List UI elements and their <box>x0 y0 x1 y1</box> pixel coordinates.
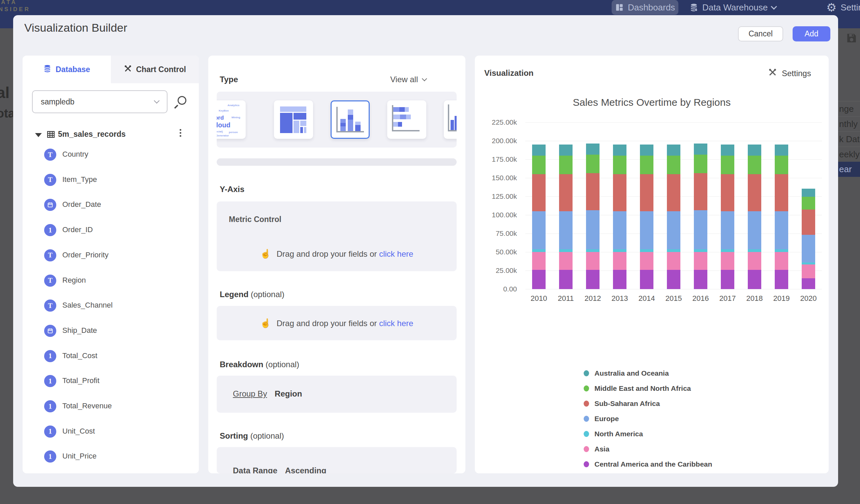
bar-segment[interactable] <box>640 174 654 211</box>
bar-segment[interactable] <box>721 211 734 249</box>
bar-segment[interactable] <box>559 174 573 211</box>
bar-segment[interactable] <box>613 252 627 270</box>
bar-segment[interactable] <box>532 249 546 252</box>
bar-segment[interactable] <box>667 211 680 249</box>
bar-segment[interactable] <box>802 210 815 235</box>
bar-segment[interactable] <box>559 211 573 249</box>
bar-segment[interactable] <box>748 249 761 252</box>
legend-item[interactable]: Asia <box>584 441 609 457</box>
bar-segment[interactable] <box>532 211 546 249</box>
cancel-button[interactable]: Cancel <box>738 26 783 41</box>
bar-segment[interactable] <box>667 156 680 174</box>
bar-segment[interactable] <box>775 156 788 174</box>
bar-segment[interactable] <box>721 252 734 270</box>
bar-segment[interactable] <box>748 145 761 156</box>
bar-segment[interactable] <box>721 249 734 252</box>
bar-segment[interactable] <box>640 270 654 289</box>
bar-segment[interactable] <box>532 252 546 270</box>
bar-segment[interactable] <box>640 145 654 156</box>
bar-segment[interactable] <box>613 211 627 249</box>
legend-dropzone[interactable]: ☝ Drag and drop your fields or click her… <box>217 306 457 340</box>
tab-database[interactable]: Database <box>23 56 111 83</box>
breakdown-dropzone[interactable]: Group By Region <box>217 376 457 413</box>
bar-segment[interactable] <box>532 156 546 174</box>
bar-segment[interactable] <box>613 249 627 252</box>
stacked-bar-2010[interactable] <box>532 122 546 289</box>
bar-segment[interactable] <box>640 211 654 249</box>
bar-segment[interactable] <box>586 144 600 155</box>
bar-segment[interactable] <box>586 252 600 270</box>
bar-segment[interactable] <box>694 173 707 210</box>
group-by-label[interactable]: Group By <box>233 389 267 398</box>
stacked-bar-2020[interactable] <box>802 122 815 289</box>
bar-segment[interactable] <box>748 270 761 289</box>
table-tree-row[interactable]: 5m_sales_records <box>23 127 199 143</box>
legend-item[interactable]: North America <box>584 426 643 441</box>
bar-segment[interactable] <box>802 264 815 278</box>
bar-segment[interactable] <box>667 249 680 252</box>
bar-segment[interactable] <box>532 174 546 211</box>
bar-segment[interactable] <box>640 156 654 174</box>
bar-segment[interactable] <box>775 211 788 249</box>
bar-segment[interactable] <box>613 270 627 289</box>
stacked-bar-2012[interactable] <box>586 122 600 289</box>
stacked-bar-2013[interactable] <box>613 122 627 289</box>
tab-chart-control[interactable]: Chart Control <box>111 56 199 83</box>
bar-segment[interactable] <box>748 252 761 270</box>
bar-segment[interactable] <box>694 210 707 249</box>
bar-segment[interactable] <box>694 249 707 252</box>
chart-type-card-stacked-bar-horizontal[interactable] <box>387 100 426 139</box>
legend-item[interactable]: Sub-Saharan Africa <box>584 396 660 411</box>
bar-segment[interactable] <box>586 173 600 210</box>
bar-segment[interactable] <box>559 249 573 252</box>
field-item-order_id[interactable]: 1Order_ID <box>23 224 199 237</box>
bar-segment[interactable] <box>586 155 600 173</box>
field-item-region[interactable]: TRegion <box>23 275 199 288</box>
click-here-link[interactable]: click here <box>379 249 413 258</box>
bar-segment[interactable] <box>721 174 734 211</box>
bar-segment[interactable] <box>613 156 627 174</box>
field-item-unit_price[interactable]: 1Unit_Price <box>23 450 199 464</box>
field-item-total_cost[interactable]: 1Total_Cost <box>23 350 199 363</box>
legend-item[interactable]: Central America and the Caribbean <box>584 457 712 472</box>
bar-segment[interactable] <box>748 156 761 174</box>
bar-segment[interactable] <box>532 145 546 156</box>
nav-data-warehouse[interactable]: Data Warehouse <box>689 0 776 15</box>
field-item-sales_channel[interactable]: TSales_Channel <box>23 300 199 313</box>
bar-segment[interactable] <box>586 270 600 289</box>
sort-direction-value[interactable]: Ascending <box>285 466 327 473</box>
bar-segment[interactable] <box>775 174 788 211</box>
group-by-value[interactable]: Region <box>275 389 302 398</box>
bar-segment[interactable] <box>721 156 734 174</box>
field-item-order_priority[interactable]: TOrder_Priority <box>23 249 199 263</box>
bar-segment[interactable] <box>802 189 815 197</box>
legend-item[interactable]: Middle East and North Africa <box>584 381 691 396</box>
bar-segment[interactable] <box>694 270 707 289</box>
bar-segment[interactable] <box>694 144 707 155</box>
field-item-unit_cost[interactable]: 1Unit_Cost <box>23 426 199 439</box>
chart-type-card-word-cloud[interactable]: iness Analytics KeyBox WordCloud Mining … <box>217 100 246 139</box>
bar-segment[interactable] <box>586 249 600 252</box>
metric-control-dropzone[interactable]: Metric Control ☝ Drag and drop your fiel… <box>217 201 457 271</box>
bar-segment[interactable] <box>613 145 627 156</box>
stacked-bar-2015[interactable] <box>667 122 680 289</box>
bar-segment[interactable] <box>775 145 788 156</box>
bar-segment[interactable] <box>802 262 815 264</box>
bar-segment[interactable] <box>559 156 573 174</box>
stacked-bar-2014[interactable] <box>640 122 654 289</box>
chart-type-card-column-chart[interactable] <box>444 100 457 139</box>
sorting-dropzone[interactable]: Data Range Ascending <box>217 447 457 473</box>
field-item-total_revenue[interactable]: 1Total_Revenue <box>23 400 199 414</box>
field-item-ship_date[interactable]: Ship_Date <box>23 325 199 338</box>
stacked-bar-2018[interactable] <box>748 122 761 289</box>
stacked-bar-2017[interactable] <box>721 122 734 289</box>
bar-segment[interactable] <box>559 270 573 289</box>
bar-segment[interactable] <box>640 249 654 252</box>
bar-segment[interactable] <box>559 252 573 270</box>
bar-segment[interactable] <box>532 270 546 289</box>
chart-type-card-treemap[interactable] <box>274 100 313 139</box>
search-icon[interactable] <box>175 95 188 109</box>
field-item-order_date[interactable]: Order_Date <box>23 199 199 212</box>
bar-segment[interactable] <box>748 174 761 211</box>
bar-segment[interactable] <box>721 145 734 156</box>
